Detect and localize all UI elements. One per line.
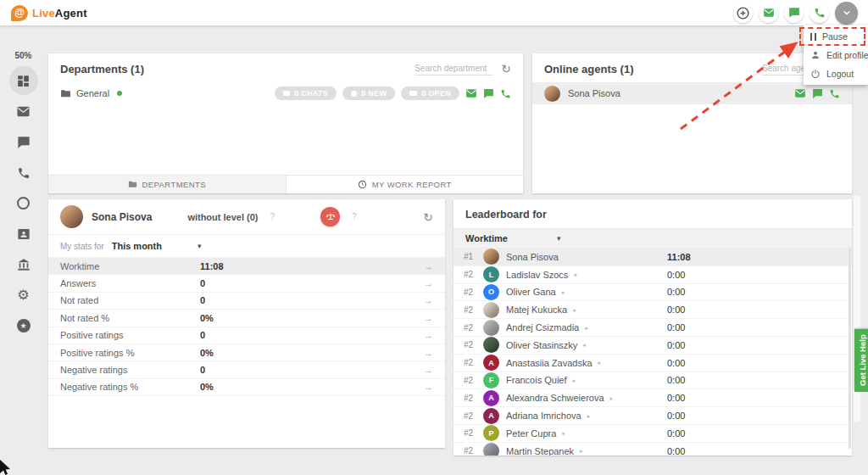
arrow-right-icon[interactable]: → xyxy=(424,348,433,358)
worktime-value: 11:08 xyxy=(667,252,691,262)
clock-icon xyxy=(358,180,367,189)
department-name: General xyxy=(76,88,109,98)
worktime-value: 0:00 xyxy=(667,446,685,455)
sidebar-item-upgrade[interactable]: ★ xyxy=(14,316,32,334)
stat-row[interactable]: Positive ratings % 0% → xyxy=(48,344,445,361)
stat-row[interactable]: Negative ratings 0 → xyxy=(48,361,445,378)
tab-departments[interactable]: DEPARTMENTS xyxy=(48,176,287,193)
metric-select[interactable]: Worktime xyxy=(465,233,508,243)
stat-label: Not rated xyxy=(60,295,200,305)
agent-call-button[interactable] xyxy=(829,88,840,99)
scrollbar[interactable] xyxy=(849,247,851,449)
department-email-button[interactable] xyxy=(465,87,477,99)
stat-row[interactable]: Not rated 0 → xyxy=(48,293,445,310)
pause-icon xyxy=(810,33,816,41)
badge-help-icon[interactable]: ? xyxy=(352,212,357,221)
department-row-right: 0 CHATS 0 NEW 0 OPEN xyxy=(275,87,511,100)
leaderboard-row: #1 Sona Pisova 11:08 xyxy=(453,249,852,266)
online-agent-row[interactable]: Sona Pisova xyxy=(532,82,852,104)
level-help-icon[interactable]: ? xyxy=(270,212,275,221)
leaderboard-row: #2 F Francois Quief● 0:00 xyxy=(453,372,852,390)
sidebar-item-history[interactable] xyxy=(14,194,32,212)
offline-status-dot: ● xyxy=(582,342,586,348)
agent-email-button[interactable] xyxy=(794,87,806,99)
avatar xyxy=(544,86,560,102)
arrow-right-icon[interactable]: → xyxy=(424,382,433,392)
search-department-input[interactable] xyxy=(415,62,492,75)
add-button[interactable] xyxy=(733,3,753,23)
department-row[interactable]: General 0 CHATS 0 NEW 0 OPEN xyxy=(48,82,523,104)
stat-row[interactable]: Positive ratings 0 → xyxy=(48,327,445,344)
department-call-button[interactable] xyxy=(500,88,511,99)
stat-row[interactable]: Worktime 11:08 → xyxy=(48,258,445,275)
refresh-icon[interactable]: ↻ xyxy=(423,211,433,223)
arrow-right-icon[interactable]: → xyxy=(424,330,433,340)
sidebar-item-contacts[interactable] xyxy=(14,225,32,243)
menu-item-logout[interactable]: Logout xyxy=(804,64,868,83)
offline-status-dot: ● xyxy=(598,360,601,366)
stat-row[interactable]: Not rated % 0% → xyxy=(48,310,445,327)
sidebar-item-tickets[interactable] xyxy=(14,103,32,120)
worktime-value: 0:00 xyxy=(667,393,685,403)
leaderboard-row: #2 A Adriana Imrichova● 0:00 xyxy=(453,407,852,425)
arrow-right-icon[interactable]: → xyxy=(424,313,433,323)
stat-row[interactable]: Answers 0 → xyxy=(48,275,445,292)
leaderboard-row: #2 Oliver Stasinszky● 0:00 xyxy=(453,337,852,355)
rank-label: #2 xyxy=(464,446,476,455)
leaderboard-row: #2 A Alexandra Schweierova● 0:00 xyxy=(453,389,852,407)
new-chat-button[interactable] xyxy=(784,3,804,23)
leaderboard-list: #1 Sona Pisova 11:08 #2 L Ladislav Szocs… xyxy=(453,249,852,455)
stat-value: 0% xyxy=(200,382,424,392)
worktime-value: 0:00 xyxy=(667,305,685,315)
rank-label: #2 xyxy=(464,340,476,349)
stat-row[interactable]: Negative ratings % 0% → xyxy=(48,379,445,396)
caret-down-icon[interactable]: ▾ xyxy=(198,242,202,250)
leaderboard-row: #2 A Anastasiia Zavadska● 0:00 xyxy=(453,355,852,372)
liveagent-logo[interactable]: @ LiveAgent xyxy=(0,5,87,21)
online-agents-title: Online agents (1) xyxy=(544,63,633,75)
get-live-help-button[interactable]: Get Live Help xyxy=(854,329,868,392)
avatar xyxy=(483,320,499,336)
period-select[interactable]: This month xyxy=(112,241,162,251)
new-count-badge: 0 NEW xyxy=(342,87,395,100)
worktime-value: 0:00 xyxy=(667,322,685,332)
offline-status-dot: ● xyxy=(609,395,613,401)
leaderboard-row: #2 Andrej Csizmadia● 0:00 xyxy=(453,319,852,337)
agent-name: Ladislav Szocs● xyxy=(506,270,660,280)
rank-label: #2 xyxy=(464,270,476,279)
agent-chat-button[interactable] xyxy=(812,88,823,99)
caret-down-icon[interactable]: ▾ xyxy=(557,234,561,243)
tab-my-work-report[interactable]: MY WORK REPORT xyxy=(287,176,524,193)
user-menu-button[interactable] xyxy=(835,2,858,25)
work-report-header: Sona Pisova without level (0) ? ? ↻ xyxy=(48,199,445,235)
arrow-right-icon[interactable]: → xyxy=(424,278,433,288)
department-chat-button[interactable] xyxy=(483,88,494,99)
email-icon xyxy=(763,7,775,19)
avatar: A xyxy=(483,390,499,406)
user-dropdown-menu: Pause Edit profile Logout xyxy=(804,25,868,85)
refresh-icon[interactable]: ↻ xyxy=(501,63,511,75)
sidebar-item-chats[interactable] xyxy=(14,133,32,151)
arrow-right-icon[interactable]: → xyxy=(424,365,433,375)
sidebar-item-billing[interactable] xyxy=(14,255,32,273)
bottom-tabs: DEPARTMENTS MY WORK REPORT xyxy=(48,175,523,193)
menu-item-edit-profile[interactable]: Edit profile xyxy=(804,46,868,64)
arrow-right-icon[interactable]: → xyxy=(424,295,433,305)
star-icon: ★ xyxy=(17,319,31,332)
menu-item-pause[interactable]: Pause xyxy=(804,27,868,46)
new-email-button[interactable] xyxy=(759,3,778,23)
sidebar-item-settings[interactable]: ⚙ xyxy=(14,286,32,304)
sidebar-item-dashboard[interactable] xyxy=(9,66,38,95)
arrow-right-icon[interactable]: → xyxy=(424,261,433,271)
agent-name: Sona Pisova xyxy=(92,211,152,223)
new-call-button[interactable] xyxy=(810,3,829,23)
leaderboard-row: #2 O Oliver Gana● 0:00 xyxy=(453,284,852,302)
stat-label: Positive ratings % xyxy=(60,348,200,358)
sidebar-item-calls[interactable] xyxy=(14,164,32,182)
offline-status-dot: ● xyxy=(573,271,576,277)
offline-status-dot: ● xyxy=(579,448,582,454)
rank-badge[interactable] xyxy=(320,207,340,226)
power-icon xyxy=(810,69,821,79)
contact-card-icon xyxy=(17,227,31,241)
rank-label: #2 xyxy=(464,411,476,421)
